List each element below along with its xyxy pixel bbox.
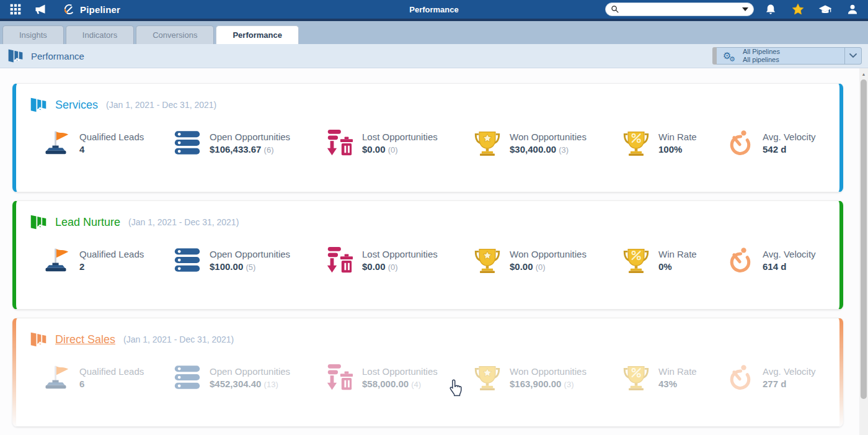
megaphone-icon[interactable] xyxy=(30,1,51,17)
stopwatch-icon xyxy=(727,363,754,392)
flag-icon xyxy=(41,246,71,274)
apps-grid-icon[interactable] xyxy=(5,1,26,17)
stack-icon xyxy=(174,130,201,156)
selector-grip[interactable] xyxy=(712,47,717,65)
breadcrumb-label: Performance xyxy=(31,51,84,61)
scrollbar-thumb[interactable] xyxy=(861,79,867,399)
vertical-scrollbar[interactable]: ▲ xyxy=(859,68,868,435)
metric-label: Lost Opportunities xyxy=(362,366,438,377)
star-icon[interactable] xyxy=(787,1,808,17)
pipeline-selector[interactable]: ⚙⚙ All Pipelines All pipelines xyxy=(712,47,862,65)
screen: Pipeliner Performance Insights Indicator… xyxy=(0,0,868,435)
metric-value: 43% xyxy=(658,379,677,389)
metrics-row: Qualified Leads 6 Open Opportunities $45… xyxy=(16,348,839,392)
metric-lost-opportunities: Lost Opportunities $58,000.00 (4) xyxy=(325,363,474,392)
metrics-row: Qualified Leads 4 Open Opportunities $10… xyxy=(16,114,839,157)
flag-icon xyxy=(41,129,71,156)
metric-label: Avg. Velocity xyxy=(763,366,816,377)
metric-value: $106,433.67 xyxy=(210,144,261,155)
metric-qualified-leads: Qualified Leads 4 xyxy=(41,129,174,156)
trophy-star-icon xyxy=(474,246,501,274)
metric-value: $0.00 xyxy=(362,261,386,272)
metric-label: Qualified Leads xyxy=(79,132,144,142)
metric-count: (0) xyxy=(536,262,546,272)
pipeline-card-lead-nurture: Lead Nurture (Jan 1, 2021 - Dec 31, 2021… xyxy=(12,200,843,310)
metric-value: 0% xyxy=(658,261,672,272)
metric-label: Won Opportunities xyxy=(510,132,587,142)
trophy-percent-icon xyxy=(622,246,650,274)
metric-value: 4 xyxy=(79,144,84,155)
performance-content: Services (Jan 1, 2021 - Dec 31, 2021) Qu… xyxy=(0,68,868,435)
tab-bar: Insights Indicators Conversions Performa… xyxy=(0,21,868,44)
metric-open-opportunities: Open Opportunities $106,433.67 (6) xyxy=(174,130,325,156)
search-input[interactable] xyxy=(623,5,738,14)
pipeline-icon xyxy=(30,213,47,231)
metric-label: Lost Opportunities xyxy=(362,132,438,142)
chevron-down-icon[interactable] xyxy=(845,53,861,58)
stopwatch-icon xyxy=(727,128,754,157)
metrics-row: Qualified Leads 2 Open Opportunities $10… xyxy=(16,231,839,274)
metric-avg-velocity: Avg. Velocity 277 d xyxy=(727,363,839,392)
metric-label: Avg. Velocity xyxy=(763,132,816,142)
metric-won-opportunities: Won Opportunities $30,400.00 (3) xyxy=(474,129,622,156)
top-bar: Pipeliner Performance xyxy=(0,0,868,19)
flag-icon xyxy=(41,364,71,391)
metric-win-rate: Win Rate 100% xyxy=(622,129,727,156)
pipeline-name-link[interactable]: Direct Sales xyxy=(55,333,115,346)
trophy-star-icon xyxy=(474,364,501,391)
metric-count: (13) xyxy=(264,380,278,389)
tab-indicators[interactable]: Indicators xyxy=(66,25,134,44)
pipeline-icon xyxy=(30,331,47,348)
pipeline-date-range: (Jan 1, 2021 - Dec 31, 2021) xyxy=(106,100,216,110)
metric-lost-opportunities: Lost Opportunities $0.00 (0) xyxy=(325,246,474,274)
metric-count: (4) xyxy=(411,380,421,389)
pipeline-name-link[interactable]: Lead Nurture xyxy=(55,216,120,229)
metric-count: (5) xyxy=(246,262,255,272)
toolbar: Performance ⚙⚙ All Pipelines All pipelin… xyxy=(0,44,868,68)
search-icon xyxy=(611,5,619,14)
metric-label: Avg. Velocity xyxy=(763,249,816,259)
metric-value: 277 d xyxy=(763,379,786,389)
lost-trash-icon xyxy=(325,363,353,392)
metric-lost-opportunities: Lost Opportunities $0.00 (0) xyxy=(325,128,474,157)
metric-label: Won Opportunities xyxy=(510,366,587,377)
metric-qualified-leads: Qualified Leads 6 xyxy=(41,364,174,391)
bell-icon[interactable] xyxy=(760,1,781,17)
metric-value: $58,000.00 xyxy=(362,379,409,389)
trophy-percent-icon xyxy=(622,364,650,391)
person-icon[interactable] xyxy=(842,1,863,17)
metric-value: $0.00 xyxy=(510,261,533,272)
metric-count: (3) xyxy=(559,145,569,155)
pipeline-selector-line1: All Pipelines xyxy=(743,48,780,56)
metric-value: 542 d xyxy=(763,144,786,155)
metric-count: (0) xyxy=(388,145,398,155)
metric-label: Open Opportunities xyxy=(210,366,290,377)
metric-label: Open Opportunities xyxy=(210,132,290,142)
metric-label: Qualified Leads xyxy=(79,366,144,377)
metric-won-opportunities: Won Opportunities $0.00 (0) xyxy=(474,246,622,274)
metric-label: Won Opportunities xyxy=(510,249,587,259)
tab-insights[interactable]: Insights xyxy=(2,25,64,44)
metric-count: (0) xyxy=(388,262,398,272)
tab-performance[interactable]: Performance xyxy=(216,25,298,44)
metric-won-opportunities: Won Opportunities $163,900.00 (3) xyxy=(474,364,622,391)
search-box[interactable] xyxy=(605,2,754,16)
metric-label: Qualified Leads xyxy=(79,249,144,259)
metric-open-opportunities: Open Opportunities $100.00 (5) xyxy=(174,248,325,273)
pipeliner-logo[interactable]: Pipeliner xyxy=(63,3,120,16)
trophy-percent-icon xyxy=(622,129,650,156)
search-dropdown-caret-icon[interactable] xyxy=(742,7,748,11)
performance-icon xyxy=(7,48,24,64)
pipeline-name-link[interactable]: Services xyxy=(55,99,98,112)
metric-value: 614 d xyxy=(763,261,786,272)
tab-conversions[interactable]: Conversions xyxy=(136,25,214,44)
metric-win-rate: Win Rate 0% xyxy=(622,246,727,274)
metric-value: 2 xyxy=(79,261,84,272)
metric-value: $30,400.00 xyxy=(510,144,556,155)
graduation-cap-icon[interactable] xyxy=(815,1,836,17)
metric-value: $163,900.00 xyxy=(510,379,561,389)
metric-avg-velocity: Avg. Velocity 614 d xyxy=(727,246,839,274)
scroll-up-arrow-icon[interactable]: ▲ xyxy=(859,72,868,76)
metric-value: 6 xyxy=(79,379,84,389)
metric-open-opportunities: Open Opportunities $452,304.40 (13) xyxy=(174,365,325,390)
